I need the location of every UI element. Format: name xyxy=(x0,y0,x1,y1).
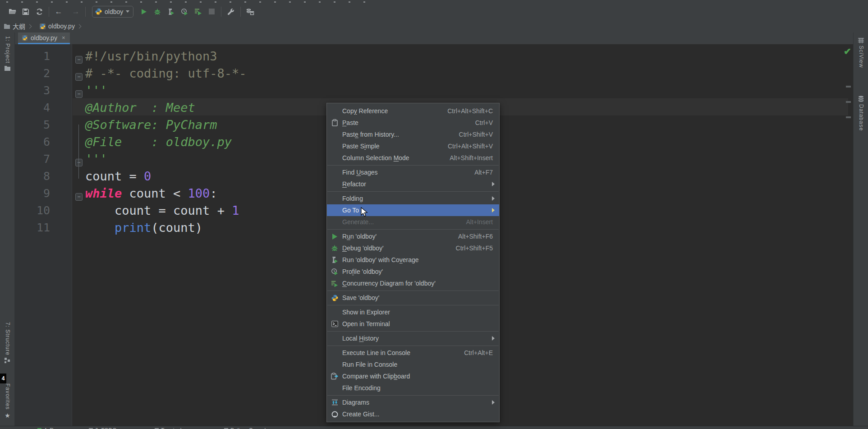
menu-item-label: Find Usages xyxy=(342,169,378,176)
menu-item-label: Go To xyxy=(342,207,359,214)
menu-item-run-oldboy[interactable]: Run 'oldboy'Alt+Shift+F6 xyxy=(327,231,499,242)
wrench-icon[interactable] xyxy=(224,6,238,18)
tab-title: oldboy.py xyxy=(31,34,57,42)
menu-item-label: Run 'oldboy' with Coverage xyxy=(342,256,419,263)
code-token: @File : oldboy.py xyxy=(85,135,232,149)
sidebar-item-structure[interactable]: 7: Structure xyxy=(0,322,15,363)
code-line-11[interactable]: print(count) xyxy=(85,219,202,236)
menu-item-concurrency-diagram-for-oldboy[interactable]: Concurrency Diagram for 'oldboy' xyxy=(327,277,499,289)
menu-item-open-in-terminal[interactable]: Open in Terminal xyxy=(327,318,499,330)
forward-arrow-icon[interactable]: → xyxy=(69,6,83,18)
sidebar-item-database[interactable]: Database xyxy=(854,96,868,131)
save-all-icon[interactable] xyxy=(19,6,32,18)
paste-icon xyxy=(331,119,338,126)
run-with-coverage-icon[interactable] xyxy=(164,6,178,18)
menu-item-run-file-in-console[interactable]: Run File in Console xyxy=(327,359,499,370)
profile-icon[interactable] xyxy=(178,6,191,18)
menu-item-execute-line-in-console[interactable]: Execute Line in ConsoleCtrl+Alt+E xyxy=(327,347,499,359)
pycharm-window: ← → oldboy xyxy=(0,0,868,429)
favorites-label: Favorites xyxy=(5,383,11,410)
sidebar-item-favorites[interactable]: Favorites ★ xyxy=(0,383,15,419)
chevron-down-icon xyxy=(126,10,129,13)
code-token: while xyxy=(85,186,122,200)
menu-item-create-gist[interactable]: Create Gist... xyxy=(327,408,499,420)
menu-item-save-oldboy[interactable]: Save 'oldboy' xyxy=(327,292,499,304)
menu-item-file-encoding[interactable]: File Encoding xyxy=(327,382,499,394)
breadcrumb-file[interactable]: oldboy.py xyxy=(48,23,75,30)
statusbar-item-terminal[interactable]: Terminal xyxy=(155,427,181,429)
debug-icon[interactable] xyxy=(151,6,164,18)
menu-item-shortcut: Alt+Shift+Insert xyxy=(450,152,493,164)
menu-item-refactor[interactable]: Refactor xyxy=(327,178,499,190)
menu-item-paste-from-history[interactable]: Paste from History...Ctrl+Shift+V xyxy=(327,129,499,140)
toolwindow-button-label: Terminal xyxy=(161,427,181,429)
menu-item-shortcut: Ctrl+Shift+F5 xyxy=(456,242,493,254)
menu-item-label: Save 'oldboy' xyxy=(342,294,379,301)
database-icon xyxy=(858,96,864,102)
fold-marker-icon[interactable]: − xyxy=(75,73,83,81)
menu-item-go-to[interactable]: Go To xyxy=(327,204,499,216)
synchronize-icon[interactable] xyxy=(32,6,46,18)
folder-icon xyxy=(4,23,10,29)
structure-label: 7: Structure xyxy=(5,322,11,355)
code-line-10[interactable]: count = count + 1 xyxy=(85,202,239,219)
code-line-6[interactable]: @File : oldboy.py xyxy=(85,134,232,151)
fold-marker-icon[interactable]: − xyxy=(75,56,83,64)
settings-save-icon[interactable] xyxy=(243,6,257,18)
code-line-1[interactable]: #!/usr/bin/python3 xyxy=(85,48,217,65)
project-label: 1: Project xyxy=(5,36,11,64)
submenu-arrow-icon xyxy=(492,182,495,186)
fold-marker-icon[interactable]: − xyxy=(75,159,83,166)
code-token: count xyxy=(173,203,217,217)
code-line-2[interactable]: # -*- coding: utf-8-*- xyxy=(85,65,247,82)
sidebar-item-project[interactable]: 1: Project xyxy=(0,36,15,71)
code-line-3[interactable]: ''' xyxy=(85,82,107,99)
menu-item-debug-oldboy[interactable]: Debug 'oldboy'Ctrl+Shift+F5 xyxy=(327,242,499,254)
code-line-4[interactable]: @Author : Meet xyxy=(85,99,195,116)
statusbar-item-6-todo[interactable]: 6: TODO xyxy=(89,427,117,429)
submenu-arrow-icon xyxy=(492,400,495,405)
code-token: ) xyxy=(195,221,202,235)
menu-item-local-history[interactable]: Local History xyxy=(327,332,499,344)
concurrency-diagram-icon[interactable] xyxy=(191,6,205,18)
menu-item-copy-reference[interactable]: Copy ReferenceCtrl+Alt+Shift+C xyxy=(327,105,499,117)
menu-item-paste[interactable]: PasteCtrl+V xyxy=(327,117,499,129)
close-icon[interactable]: × xyxy=(62,34,65,41)
fold-marker-icon[interactable]: − xyxy=(75,193,83,201)
menu-item-folding[interactable]: Folding xyxy=(327,193,499,204)
menu-item-shortcut: Ctrl+Alt+E xyxy=(464,347,493,359)
compare-icon xyxy=(331,373,338,380)
sidebar-item-sciview[interactable]: SciView xyxy=(854,38,868,68)
stop-icon[interactable] xyxy=(205,6,218,18)
breadcrumb-folder[interactable]: 大纲 xyxy=(13,22,25,31)
code-line-9[interactable]: while count < 100: xyxy=(85,185,217,202)
run-configuration-select[interactable]: oldboy xyxy=(92,6,133,18)
back-arrow-icon[interactable]: ← xyxy=(52,6,65,18)
menu-item-run-oldboy-with-coverage[interactable]: Run 'oldboy' with Coverage xyxy=(327,254,499,266)
open-file-icon[interactable] xyxy=(5,6,19,18)
mouse-cursor xyxy=(361,207,371,218)
code-line-5[interactable]: @Software: PyCharm xyxy=(85,116,217,134)
main-toolbar: ← → oldboy xyxy=(0,3,868,20)
inspection-ok-icon[interactable]: ✔ xyxy=(844,46,851,57)
menu-item-profile-oldboy[interactable]: Profile 'oldboy' xyxy=(327,266,499,277)
code-line-7[interactable]: ''' xyxy=(85,151,107,168)
statusbar-item-4-run[interactable]: 4: Run xyxy=(37,427,60,429)
tab-oldboy-py[interactable]: oldboy.py × xyxy=(18,32,70,44)
code-token: = xyxy=(129,169,144,183)
menu-item-paste-simple[interactable]: Paste SimpleCtrl+Alt+Shift+V xyxy=(327,140,499,152)
menu-item-label: Column Selection Mode xyxy=(342,154,409,161)
menu-item-compare-with-clipboard[interactable]: Compare with Clipboard xyxy=(327,370,499,382)
menu-item-diagrams[interactable]: Diagrams xyxy=(327,397,499,408)
statusbar-item-python-console[interactable]: Python Console xyxy=(224,427,269,429)
fold-marker-icon[interactable]: − xyxy=(75,90,83,98)
menu-item-show-in-explorer[interactable]: Show in Explorer xyxy=(327,306,499,318)
menu-item-column-selection-mode[interactable]: Column Selection ModeAlt+Shift+Insert xyxy=(327,152,499,164)
menu-item-label: Paste xyxy=(342,119,358,126)
line-number: 6 xyxy=(15,134,50,151)
star-icon: ★ xyxy=(5,412,10,419)
code-line-8[interactable]: count = 0 xyxy=(85,168,151,185)
line-number: 8 xyxy=(15,168,50,185)
menu-item-find-usages[interactable]: Find UsagesAlt+F7 xyxy=(327,166,499,178)
run-icon[interactable] xyxy=(137,6,151,18)
